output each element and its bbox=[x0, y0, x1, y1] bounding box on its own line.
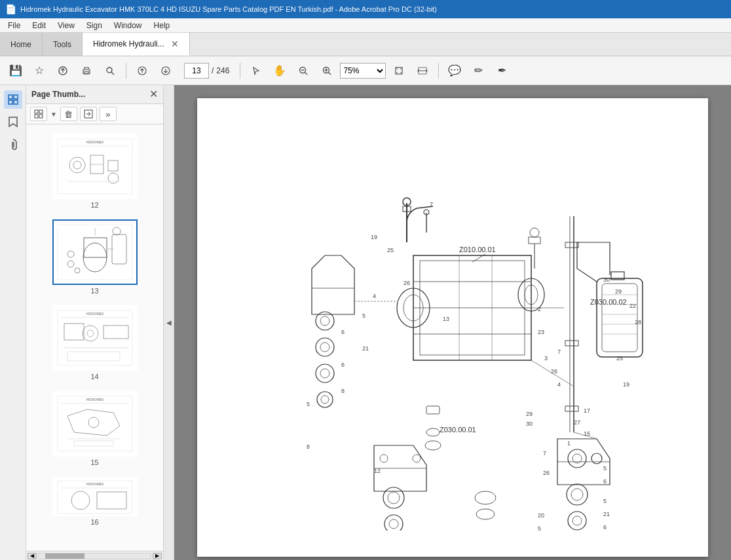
menu-sign[interactable]: Sign bbox=[81, 20, 107, 31]
svg-point-96 bbox=[320, 369, 329, 378]
scroll-left-arrow[interactable]: ◀ bbox=[28, 553, 37, 559]
bookmarks-sidebar-icon[interactable] bbox=[4, 113, 22, 131]
svg-text:4: 4 bbox=[557, 381, 561, 388]
svg-text:HIDROMEK: HIDROMEK bbox=[86, 398, 104, 401]
menu-file[interactable]: File bbox=[3, 20, 26, 31]
tab-close-button[interactable]: ✕ bbox=[171, 39, 179, 49]
list-item[interactable]: HIDROMEK 15 bbox=[26, 387, 163, 470]
svg-point-29 bbox=[73, 161, 81, 169]
save-button[interactable]: 💾 bbox=[5, 60, 26, 81]
svg-point-33 bbox=[108, 173, 119, 183]
select-tool-button[interactable] bbox=[246, 60, 267, 81]
attachments-sidebar-icon[interactable] bbox=[4, 135, 22, 153]
sign-button[interactable]: ✒ bbox=[491, 60, 512, 81]
menu-window[interactable]: Window bbox=[109, 20, 147, 31]
scroll-right-arrow[interactable]: ▶ bbox=[153, 553, 162, 559]
zoom-select[interactable]: 75% 50% 100% 125% 150% bbox=[340, 63, 386, 79]
list-item[interactable]: HIDROMEK 12 bbox=[26, 130, 163, 213]
svg-point-3 bbox=[107, 67, 112, 73]
thumb-extract-button[interactable] bbox=[80, 107, 97, 121]
fit-page-button[interactable] bbox=[388, 60, 409, 81]
svg-text:5: 5 bbox=[362, 312, 366, 319]
fit-width-button[interactable] bbox=[412, 60, 433, 81]
zoom-in-button[interactable] bbox=[316, 60, 337, 81]
svg-point-176 bbox=[530, 228, 539, 237]
svg-rect-45 bbox=[58, 310, 132, 365]
page-total: 246 bbox=[216, 66, 229, 75]
right-arrow-icon: ▶ bbox=[155, 553, 159, 559]
hand-tool-button[interactable]: ✋ bbox=[269, 60, 290, 81]
svg-text:6: 6 bbox=[603, 478, 607, 485]
svg-rect-59 bbox=[74, 441, 113, 446]
thumb-layout-button[interactable] bbox=[30, 107, 47, 121]
list-item[interactable]: 13 bbox=[26, 215, 163, 299]
next-page-button[interactable] bbox=[155, 60, 176, 81]
magnify-button[interactable] bbox=[100, 60, 121, 81]
svg-rect-22 bbox=[35, 115, 38, 118]
layout-dropdown[interactable]: ▼ bbox=[50, 111, 57, 118]
thumbnail-16: HIDROMEK bbox=[54, 477, 136, 515]
list-item[interactable]: HIDROMEK 16 bbox=[26, 473, 163, 530]
prev-page-button[interactable] bbox=[132, 60, 153, 81]
svg-text:29: 29 bbox=[615, 288, 622, 295]
thumb-delete-button[interactable]: 🗑 bbox=[60, 107, 77, 121]
thumbnail-sidebar-icon[interactable] bbox=[4, 90, 22, 109]
page-number-16: 16 bbox=[90, 518, 98, 526]
zoom-out-button[interactable] bbox=[293, 60, 314, 81]
svg-text:5: 5 bbox=[603, 465, 607, 472]
bookmark-button[interactable]: ☆ bbox=[29, 60, 50, 81]
svg-point-103 bbox=[388, 492, 400, 504]
page-number-input[interactable]: 13 bbox=[184, 63, 209, 79]
svg-rect-48 bbox=[64, 324, 84, 340]
svg-text:8: 8 bbox=[307, 443, 310, 450]
svg-point-102 bbox=[383, 487, 404, 508]
upload-button[interactable] bbox=[52, 60, 73, 81]
svg-point-105 bbox=[389, 519, 398, 529]
svg-text:20: 20 bbox=[538, 512, 544, 519]
svg-point-95 bbox=[316, 364, 334, 383]
svg-point-112 bbox=[568, 512, 586, 530]
svg-text:27: 27 bbox=[574, 419, 580, 426]
svg-rect-17 bbox=[14, 95, 18, 99]
scroll-track[interactable] bbox=[38, 553, 151, 559]
edit-button[interactable]: ✏ bbox=[468, 60, 489, 81]
svg-rect-32 bbox=[108, 160, 118, 171]
svg-rect-21 bbox=[39, 110, 43, 113]
thumbnail-15-wrap: HIDROMEK bbox=[52, 391, 138, 457]
bottom-left-bracket bbox=[374, 445, 426, 531]
list-item[interactable]: HIDROMEK 14 bbox=[26, 301, 163, 384]
svg-text:26: 26 bbox=[551, 368, 557, 375]
svg-text:21: 21 bbox=[603, 511, 610, 517]
tab-home[interactable]: Home bbox=[0, 33, 43, 56]
menu-view[interactable]: View bbox=[52, 20, 80, 31]
menu-help[interactable]: Help bbox=[149, 20, 176, 31]
page-number-14: 14 bbox=[90, 373, 98, 381]
thumbnail-panel-close[interactable]: ✕ bbox=[149, 89, 158, 100]
svg-text:19: 19 bbox=[371, 234, 377, 240]
svg-rect-51 bbox=[103, 326, 128, 339]
tab-document[interactable]: Hidromek Hydrauli... ✕ bbox=[83, 33, 190, 56]
svg-rect-173 bbox=[426, 406, 440, 414]
svg-text:5: 5 bbox=[307, 401, 310, 407]
menu-edit[interactable]: Edit bbox=[27, 20, 51, 31]
thumbnail-panel-title: Page Thumb... bbox=[31, 90, 145, 99]
svg-text:7: 7 bbox=[557, 348, 561, 355]
thumbnail-scrollbar[interactable]: ◀ ▶ bbox=[26, 551, 163, 560]
svg-point-174 bbox=[475, 491, 496, 504]
print-button[interactable] bbox=[76, 60, 97, 81]
thumbnail-16-wrap: HIDROMEK bbox=[52, 477, 138, 516]
pdf-page: Z010.00.01 Z030.00.01 Z030.00.02 bbox=[197, 98, 708, 557]
scroll-thumb[interactable] bbox=[45, 553, 84, 559]
svg-rect-25 bbox=[58, 139, 132, 194]
svg-text:6: 6 bbox=[341, 329, 345, 335]
thumbnail-tools: ▼ 🗑 » bbox=[26, 104, 163, 124]
pdf-content-area[interactable]: Z010.00.01 Z030.00.01 Z030.00.02 bbox=[174, 85, 731, 560]
comment-button[interactable]: 💬 bbox=[444, 60, 465, 81]
thumb-more-button[interactable]: » bbox=[100, 107, 117, 121]
tab-tools[interactable]: Tools bbox=[43, 33, 83, 56]
page-navigation: 13 / 246 bbox=[184, 63, 229, 79]
panel-collapse-handle[interactable]: ◀ bbox=[164, 85, 174, 560]
svg-point-39 bbox=[67, 261, 74, 267]
svg-point-172 bbox=[425, 441, 441, 450]
svg-text:25: 25 bbox=[616, 355, 623, 362]
